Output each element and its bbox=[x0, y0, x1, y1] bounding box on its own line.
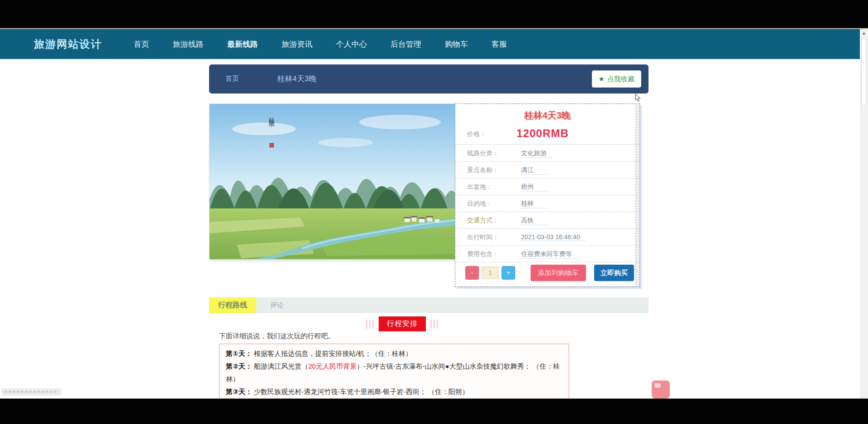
field-value: 2021-03-03 16:46:40 bbox=[521, 233, 586, 241]
top-navbar: 旅游网站设计 首页旅游线路最新线路旅游资讯个人中心后台管理购物车客服 bbox=[0, 29, 860, 59]
favorite-button[interactable]: ★ 点我收藏 bbox=[592, 70, 641, 88]
field-label: 费用包含： bbox=[467, 250, 499, 258]
product-field-row: 线路分类：文化旅游 bbox=[455, 145, 639, 162]
field-value: 文化旅游 bbox=[521, 149, 553, 158]
breadcrumb: 首页 桂林4天3晚 ★ 点我收藏 bbox=[209, 64, 649, 94]
product-field-row: 费用包含：住宿费来回车费等 bbox=[455, 246, 639, 262]
tab-route[interactable]: 行程路线 bbox=[209, 297, 256, 313]
nav-item-6[interactable]: 后台管理 bbox=[390, 36, 422, 52]
product-field-row: 目的地：桂林 bbox=[455, 195, 639, 212]
nav-menu: 首页旅游线路最新线路旅游资讯个人中心后台管理购物车客服 bbox=[133, 36, 508, 52]
mouse-cursor bbox=[635, 94, 641, 104]
detail-tabs: 行程路线 评论 bbox=[209, 297, 649, 313]
scrollbar-thumb[interactable] bbox=[861, 38, 867, 106]
field-value: 高铁 bbox=[521, 217, 548, 225]
quantity-plus-button[interactable]: + bbox=[502, 266, 515, 280]
float-service-icon[interactable] bbox=[652, 380, 670, 399]
itinerary-day-line: 第①天：根据客人抵达信息，提前安排接站/机；（住：桂林） bbox=[226, 347, 562, 360]
page-scrollbar[interactable]: ▲ bbox=[860, 29, 868, 399]
nav-item-1[interactable]: 首页 bbox=[133, 36, 150, 52]
purchase-actions: - + 添加到购物车 立即购买 bbox=[455, 263, 639, 283]
product-field-row: 交通方式：高铁 bbox=[455, 212, 639, 229]
letterbox-top bbox=[0, 0, 868, 28]
field-value: 桂林 bbox=[521, 200, 548, 208]
tour-title: 桂林4天3晚 bbox=[455, 104, 639, 125]
star-icon: ★ bbox=[599, 75, 605, 83]
breadcrumb-home-link[interactable]: 首页 bbox=[225, 74, 239, 83]
field-label: 线路分类： bbox=[467, 149, 499, 158]
price-label: 价格： bbox=[467, 130, 486, 138]
itinerary-badge: 行程安排 bbox=[379, 316, 426, 331]
field-list: 线路分类：文化旅游景点名称：漓江出发地：梧州目的地：桂林交通方式：高铁出行时间：… bbox=[455, 145, 639, 262]
product-field-row: 出行时间：2021-03-03 16:46:40 bbox=[455, 229, 639, 246]
itinerary-intro: 下面详细说说，我们这次玩的行程吧。 bbox=[219, 332, 335, 340]
product-field-row: 出发地：梧州 bbox=[455, 178, 639, 195]
nav-item-2[interactable]: 旅游线路 bbox=[172, 36, 205, 52]
nav-item-3[interactable]: 最新线路 bbox=[226, 36, 259, 52]
itinerary-day-line: 第③天：少数民族观光村-遇龙河竹筏-车览十里画廊-银子岩-西街； （住：阳朔） bbox=[226, 385, 562, 398]
page: 旅游网站设计 首页旅游线路最新线路旅游资讯个人中心后台管理购物车客服 ▲ 首页 … bbox=[0, 0, 868, 424]
field-label: 景点名称： bbox=[467, 166, 499, 174]
itinerary-badge-row: 行程安排 bbox=[0, 316, 868, 331]
field-value: 梧州 bbox=[521, 183, 548, 192]
letterbox-bottom bbox=[0, 399, 868, 424]
tab-comments[interactable]: 评论 bbox=[258, 298, 295, 313]
nav-item-7[interactable]: 购物车 bbox=[444, 36, 469, 52]
field-label: 出发地： bbox=[467, 183, 493, 191]
quantity-minus-button[interactable]: - bbox=[465, 266, 479, 280]
field-label: 目的地： bbox=[467, 200, 493, 208]
product-field-row: 景点名称：漓江 bbox=[455, 162, 639, 178]
breadcrumb-current: 桂林4天3晚 bbox=[277, 74, 317, 84]
nav-item-4[interactable]: 旅游资讯 bbox=[281, 36, 313, 52]
site-brand[interactable]: 旅游网站设计 bbox=[34, 37, 102, 51]
field-value: 住宿费来回车费等 bbox=[521, 250, 578, 259]
nav-item-5[interactable]: 个人中心 bbox=[335, 36, 368, 52]
tour-photo: 桂林山水 bbox=[209, 104, 456, 260]
scrollbar-up-icon[interactable]: ▲ bbox=[860, 29, 868, 35]
favorite-label: 点我收藏 bbox=[607, 75, 634, 84]
badge-right-decoration-icon bbox=[430, 320, 439, 329]
price-row: 价格： 1200RMB bbox=[455, 125, 639, 145]
field-label: 交通方式： bbox=[467, 217, 499, 225]
nav-item-8[interactable]: 客服 bbox=[491, 36, 508, 52]
field-value: 漓江 bbox=[521, 166, 548, 175]
buy-now-button[interactable]: 立即购买 bbox=[594, 265, 634, 281]
field-label: 出行时间： bbox=[467, 233, 499, 242]
quantity-input[interactable] bbox=[482, 266, 499, 279]
top-divider-line bbox=[0, 28, 868, 29]
itinerary-day-line: 第②天：船游漓江风光赏（20元人民币背景）-兴坪古镇-古东瀑布-山水间●大型山水… bbox=[226, 360, 562, 385]
tour-detail-card: 桂林4天3晚 价格： 1200RMB 线路分类：文化旅游景点名称：漓江出发地：梧… bbox=[455, 104, 640, 287]
badge-left-decoration-icon bbox=[366, 320, 374, 329]
price-value: 1200RMB bbox=[517, 127, 569, 140]
browser-status-url bbox=[2, 389, 61, 395]
add-to-cart-button[interactable]: 添加到购物车 bbox=[531, 265, 586, 281]
